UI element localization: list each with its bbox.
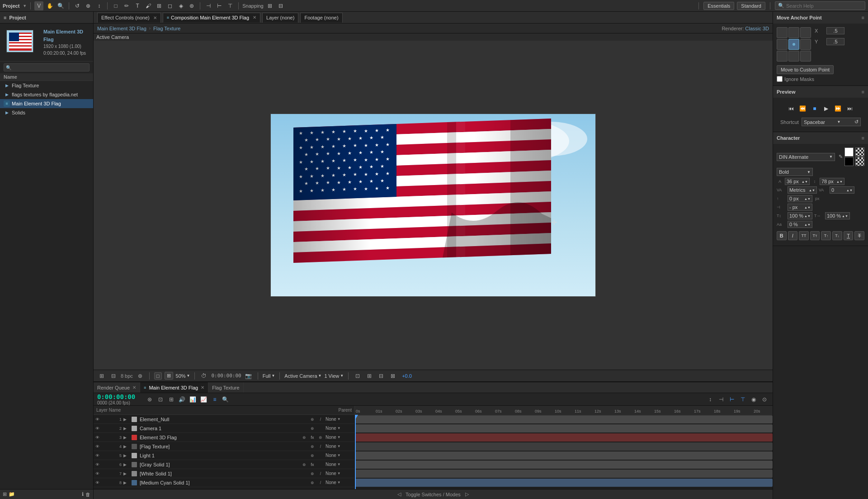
anchor-top-center[interactable] — [788, 27, 799, 38]
layer-row-3[interactable]: 👁 3 ▶ Element 3D Flag ⊕ fx ⊛ None▼ — [94, 433, 354, 442]
small-caps-btn[interactable]: TT — [810, 231, 820, 240]
anchor-mid-left[interactable] — [777, 39, 788, 50]
file-item-flag-texture[interactable]: ▶ Flag Texture — [0, 81, 93, 90]
stop-btn[interactable]: ■ — [810, 104, 819, 113]
always-preview-icon[interactable]: ⊞ — [97, 371, 106, 380]
font-size-input[interactable]: 36 px ▲▼ — [785, 178, 810, 185]
switch-icon[interactable]: ◁ — [397, 491, 401, 497]
resolution-dropdown[interactable]: Full ▼ — [263, 373, 275, 379]
text-tool[interactable]: T — [133, 1, 142, 10]
tab-composition[interactable]: ≡ Composition Main Element 3D Flag ✕ — [163, 13, 260, 23]
h-scale-input[interactable]: 100 % ▲▼ — [825, 212, 850, 219]
layer-row-8[interactable]: 👁 8 ▶ [Medium Cyan Solid 1] ⊕ / None▼ — [94, 478, 354, 487]
zoom-dropdown[interactable]: 50% ▼ — [176, 373, 190, 379]
search-input[interactable] — [786, 3, 859, 9]
time-display[interactable]: 0:00:00:00 — [97, 393, 142, 400]
anchor-mid-center[interactable] — [788, 39, 799, 50]
rotate-tool[interactable]: ↺ — [73, 1, 82, 10]
grid-view-btn[interactable]: ⊞ — [165, 372, 173, 380]
view-count-dropdown[interactable]: 1 View ▼ — [324, 373, 344, 379]
transparent-swatch-2[interactable] — [855, 157, 864, 166]
slip-edit[interactable]: ⊤ — [738, 395, 747, 404]
color-management-icon[interactable]: ⊛ — [136, 371, 145, 380]
file-item-solids[interactable]: ▶ Solids — [0, 108, 93, 117]
italic-btn[interactable]: I — [788, 231, 798, 240]
preview-options[interactable]: ≡ — [862, 89, 864, 95]
anchor-top-right[interactable] — [800, 27, 811, 38]
snap-to-grid[interactable]: ⊠ — [388, 371, 397, 380]
standard-button[interactable]: Standard — [737, 2, 765, 10]
zoom-tool[interactable]: 🔍 — [56, 1, 65, 10]
strikethrough-btn[interactable]: T — [854, 231, 864, 240]
roto-tool[interactable]: ◈ — [176, 1, 185, 10]
parent-none-5[interactable]: None▼ — [326, 453, 353, 458]
tsumi-input[interactable]: 0 % ▲▼ — [788, 221, 812, 228]
stroke-color-swatch[interactable] — [844, 157, 854, 166]
tab-footage[interactable]: Footage (none) — [300, 13, 342, 23]
layer-expand-8[interactable]: ▶ — [123, 480, 130, 485]
play-btn[interactable]: ▶ — [822, 104, 831, 113]
layer-expand-3[interactable]: ▶ — [123, 435, 130, 440]
layer-visibility-3[interactable]: 👁 — [95, 435, 100, 440]
puppet-tool[interactable]: ⊛ — [187, 1, 196, 10]
close-tab-effect[interactable]: ✕ — [153, 15, 157, 20]
layer-expand-2[interactable]: ▶ — [123, 426, 130, 431]
superscript-btn[interactable]: T↑ — [821, 231, 831, 240]
anchor-top-left[interactable] — [777, 27, 788, 38]
x-input[interactable] — [826, 27, 844, 34]
select-tool-timeline[interactable]: ↕ — [706, 395, 715, 404]
bold-btn[interactable]: B — [777, 231, 787, 240]
layer-expand-5[interactable]: ▶ — [123, 453, 130, 458]
flag-texture-timeline-tab[interactable]: Flag Texture — [208, 382, 243, 393]
indent-input[interactable]: - px ▲▼ — [788, 204, 812, 211]
layer-visibility-5[interactable]: 👁 — [95, 453, 100, 458]
close-main-comp[interactable]: ✕ — [201, 385, 204, 390]
parent-none-8[interactable]: None▼ — [326, 480, 353, 485]
playhead[interactable] — [355, 415, 356, 489]
edit-icon[interactable]: ✎ — [839, 154, 843, 160]
orbit-tool[interactable]: ⊕ — [84, 1, 93, 10]
move-to-custom-button[interactable]: Move to Custom Point — [777, 65, 834, 74]
rect-tool[interactable]: □ — [111, 1, 120, 10]
show-grid[interactable]: ⊞ — [365, 371, 374, 380]
layer-expand-6[interactable]: ▶ — [123, 462, 130, 467]
pan-tool[interactable]: ↕ — [94, 1, 104, 10]
close-render-queue[interactable]: ✕ — [132, 385, 136, 390]
layer-visibility-4[interactable]: 👁 — [95, 444, 100, 449]
live-update-icon[interactable]: ⊞ — [167, 395, 176, 404]
delete-icon[interactable]: 🗑 — [85, 492, 90, 497]
select-tool[interactable]: V — [34, 1, 43, 10]
project-search-input[interactable] — [13, 65, 87, 70]
layer-expand-1[interactable]: ▶ — [123, 417, 130, 422]
comp-marker-icon[interactable]: ⊛ — [145, 395, 154, 404]
anchor-bot-left[interactable] — [777, 51, 788, 62]
move-anchor-options[interactable]: ≡ — [862, 15, 864, 20]
brush-tool[interactable]: 🖌 — [144, 1, 153, 10]
file-item-main-comp[interactable]: ≡ Main Element 3D Flag — [0, 99, 93, 108]
y-input[interactable] — [826, 38, 844, 45]
subscript-btn[interactable]: T↓ — [832, 231, 842, 240]
step-back-btn[interactable]: ⏪ — [798, 104, 807, 113]
eraser-tool[interactable]: ◻ — [165, 1, 175, 10]
anchor-bot-right[interactable] — [800, 51, 811, 62]
line-height-input[interactable]: 78 px ▲▼ — [820, 178, 844, 185]
layer-row-1[interactable]: 👁 1 ▶ Element_Null ⊕ / None▼ — [94, 415, 354, 424]
breadcrumb-main-comp[interactable]: Main Element 3D Flag — [97, 26, 146, 31]
font-name-select[interactable]: DIN Alternate ▼ — [777, 153, 835, 161]
font-style-select[interactable]: Bold ▼ — [777, 168, 813, 176]
tab-effect-controls[interactable]: Effect Controls (none) ✕ — [97, 13, 161, 23]
all-caps-btn[interactable]: TT — [799, 231, 809, 240]
info-icon[interactable]: ℹ — [82, 491, 84, 497]
tracking-input[interactable]: 0 ▲▼ — [830, 186, 854, 194]
parent-none-4[interactable]: None▼ — [326, 444, 353, 449]
parent-none-2[interactable]: None▼ — [326, 426, 353, 431]
step-forward-btn[interactable]: ⏩ — [834, 104, 843, 113]
essentials-button[interactable]: Essentials — [703, 2, 734, 10]
character-options[interactable]: ≡ — [862, 135, 864, 141]
file-item-flags-folder[interactable]: ▶ flags textures by flagpedia.net — [0, 90, 93, 99]
composition-viewport[interactable]: ★ ★ ★ ★ ★ ★ ★ ★ ★ ★ ★ ★ ★ ★ — [94, 41, 773, 370]
layer-visibility-6[interactable]: 👁 — [95, 462, 100, 467]
ignore-masks-checkbox[interactable] — [777, 76, 783, 82]
fill-color-swatch[interactable] — [844, 147, 854, 157]
clone-tool[interactable]: ⊞ — [155, 1, 164, 10]
